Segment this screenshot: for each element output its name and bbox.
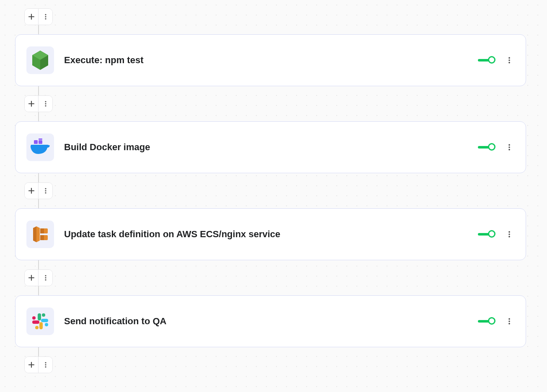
add-step-more-button[interactable] [39,270,52,286]
svg-point-5 [508,62,510,64]
step-title: Send notification to QA [64,316,478,327]
more-vertical-icon [42,274,49,281]
step-icon-box [26,133,54,161]
svg-point-6 [45,101,46,102]
step-toggle[interactable] [478,143,496,151]
toggle-knob [488,143,495,151]
more-vertical-icon [42,361,49,368]
step-title: Update task definition on AWS ECS/nginx … [64,229,478,240]
svg-point-27 [45,279,46,280]
aws-ecs-icon [31,225,50,244]
svg-point-22 [508,231,510,233]
svg-point-13 [508,146,510,148]
svg-point-40 [45,364,46,365]
svg-point-24 [508,236,510,238]
more-vertical-icon [506,231,513,238]
svg-point-15 [45,188,46,189]
svg-rect-32 [39,322,43,329]
step-card[interactable]: Send notification to QA [15,295,526,347]
svg-rect-21 [40,235,44,240]
svg-point-26 [45,277,46,278]
svg-point-29 [42,313,45,317]
svg-point-12 [508,144,510,146]
svg-point-35 [32,316,36,320]
add-step-button[interactable] [25,357,39,373]
add-step-button[interactable] [25,9,39,25]
svg-point-2 [45,18,46,19]
more-vertical-icon [506,318,513,325]
step-more-button[interactable] [504,142,515,153]
svg-rect-19 [40,228,44,233]
svg-point-16 [45,190,46,191]
svg-rect-34 [32,320,39,324]
svg-point-1 [45,16,46,17]
add-step-block [24,95,53,112]
svg-point-41 [45,366,46,367]
more-vertical-icon [42,187,49,194]
add-step-block [24,356,53,373]
svg-point-33 [35,326,39,329]
step-card[interactable]: Build Docker image [15,121,526,173]
svg-rect-30 [41,319,48,322]
add-step-block [24,8,53,25]
step-title: Execute: npm test [64,55,478,66]
step-card[interactable]: Execute: npm test [15,34,526,86]
more-vertical-icon [42,100,49,107]
plus-icon [28,13,35,20]
svg-rect-9 [34,140,38,144]
step-toggle[interactable] [478,56,496,64]
step-icon-box [26,307,54,335]
add-step-more-button[interactable] [39,357,52,373]
pipeline-canvas: Execute: npm test Build Docker image [15,8,526,373]
step-more-button[interactable] [504,55,515,66]
svg-point-7 [45,103,46,104]
step-toggle[interactable] [478,230,496,238]
slack-icon [31,312,49,331]
more-vertical-icon [42,13,49,20]
toggle-knob [488,317,495,325]
plus-icon [28,187,35,194]
svg-point-17 [45,192,46,193]
toggle-knob [488,230,495,238]
step-icon-box [26,220,54,248]
add-step-button[interactable] [25,96,39,112]
add-step-block [24,182,53,199]
add-step-button[interactable] [25,183,39,199]
svg-rect-10 [39,140,42,144]
step-title: Build Docker image [64,142,478,153]
svg-point-0 [45,14,46,15]
svg-point-3 [508,57,510,59]
plus-icon [28,361,35,368]
svg-point-37 [508,320,510,322]
add-step-button[interactable] [25,270,39,286]
step-more-button[interactable] [504,316,515,327]
svg-point-14 [508,149,510,151]
plus-icon [28,100,35,107]
step-icon-box [26,46,54,74]
more-vertical-icon [506,143,513,151]
nodejs-icon [31,50,49,70]
add-step-more-button[interactable] [39,183,52,199]
add-step-more-button[interactable] [39,96,52,112]
svg-point-39 [45,362,46,363]
svg-rect-28 [38,313,41,320]
step-more-button[interactable] [504,229,515,240]
svg-point-25 [45,275,46,276]
svg-rect-11 [39,138,42,140]
svg-point-36 [508,318,510,320]
add-step-more-button[interactable] [39,9,52,25]
toggle-knob [488,56,495,64]
more-vertical-icon [506,56,513,64]
docker-icon [30,138,51,156]
svg-point-23 [508,233,510,235]
svg-point-8 [45,105,46,106]
step-card[interactable]: Update task definition on AWS ECS/nginx … [15,208,526,260]
svg-point-38 [508,323,510,325]
svg-point-31 [45,323,48,326]
step-toggle[interactable] [478,317,496,325]
plus-icon [28,274,35,281]
svg-point-4 [508,59,510,61]
add-step-block [24,269,53,286]
